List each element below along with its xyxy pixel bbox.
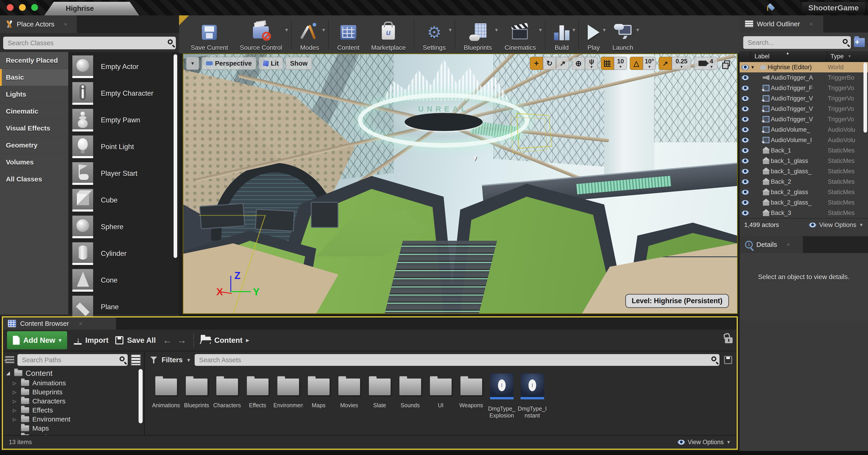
breadcrumb[interactable]: Content ▸ (201, 336, 249, 345)
level-tab[interactable]: Highrise (44, 2, 139, 16)
blueprints-dropdown[interactable]: ▾ (495, 27, 498, 33)
category-all-classes[interactable]: All Classes (0, 171, 68, 188)
visibility-eye-icon[interactable] (741, 200, 749, 205)
expand-arrow-icon[interactable]: ▾ (751, 64, 758, 70)
filters-button[interactable]: Filters (162, 356, 183, 364)
settings-button[interactable]: ⚙ Settings (417, 18, 452, 51)
sidebar-item-blueprints[interactable]: ▷ Blueprints (6, 388, 144, 397)
new-folder-icon[interactable] (854, 38, 865, 47)
lock-icon[interactable] (725, 337, 733, 343)
asset-dmgtype-explosion[interactable]: DmgType_Explosion (487, 374, 517, 419)
table-row[interactable]: Back_1 StaticMes (740, 145, 868, 156)
scale-tool-button[interactable]: ↗ (556, 57, 569, 70)
minimize-window-button[interactable] (19, 4, 26, 11)
asset-folder-animations[interactable]: Animations (151, 374, 181, 408)
rotation-snap-toggle[interactable]: △ (630, 57, 643, 70)
visibility-eye-icon[interactable] (741, 190, 749, 195)
rotation-snap-value[interactable]: 10°▾ (643, 57, 656, 70)
viewport-options-dropdown[interactable]: ▼ (186, 57, 199, 70)
table-row[interactable]: AudioTrigger_A TriggerBo (740, 73, 868, 83)
asset-folder-ui[interactable]: UI (426, 374, 456, 408)
asset-folder-environment[interactable]: Environment (273, 374, 303, 408)
play-dropdown[interactable]: ▾ (603, 27, 606, 33)
table-row[interactable]: back_2_glass_ StaticMes (740, 197, 868, 208)
sidebar-item-movies[interactable]: Movies (6, 433, 144, 435)
tree-scrollbar[interactable] (138, 369, 143, 423)
tab-place-actors[interactable]: Place Actors × (0, 16, 77, 33)
asset-folder-blueprints[interactable]: Blueprints (181, 374, 212, 408)
visibility-eye-icon[interactable] (741, 169, 749, 174)
close-icon[interactable]: × (809, 21, 813, 28)
perspective-button[interactable]: Perspective (202, 57, 256, 70)
lit-mode-button[interactable]: Lit (258, 57, 283, 70)
save-all-button[interactable]: Save All (115, 336, 156, 345)
list-item[interactable]: Sphere (68, 214, 179, 240)
scale-snap-toggle[interactable]: ↗ (659, 57, 672, 70)
list-item[interactable]: Cone (68, 267, 179, 294)
place-actors-scrollbar[interactable] (174, 54, 177, 258)
modes-button[interactable]: Modes (294, 18, 325, 51)
marketplace-button[interactable]: u Marketplace (365, 18, 412, 51)
launch-dropdown[interactable]: ▾ (636, 27, 639, 33)
search-classes-input[interactable] (3, 37, 176, 49)
visibility-eye-icon[interactable] (741, 65, 749, 70)
visibility-eye-icon[interactable] (741, 148, 749, 153)
sidebar-item-maps[interactable]: Maps (6, 424, 144, 433)
launch-button[interactable]: Launch (607, 18, 639, 51)
tutorial-cap-icon[interactable] (767, 3, 775, 11)
close-icon[interactable]: × (79, 320, 82, 327)
content-view-options-button[interactable]: View Options ▼ (677, 439, 731, 446)
content-button[interactable]: Content (331, 18, 365, 51)
source-control-dropdown[interactable]: ▾ (285, 27, 288, 33)
visibility-eye-icon[interactable] (741, 86, 749, 91)
search-assets-input[interactable] (195, 354, 719, 366)
chevron-right-icon[interactable]: ▷ (13, 407, 18, 413)
search-paths-input[interactable] (18, 354, 128, 366)
move-tool-button[interactable]: + (530, 57, 543, 70)
close-icon[interactable]: × (64, 21, 67, 28)
column-type[interactable]: Type ▼ (827, 53, 868, 60)
list-item[interactable]: Empty Actor (68, 53, 179, 80)
sidebar-item-environment[interactable]: ▷ Environment (6, 415, 144, 424)
settings-dropdown[interactable]: ▾ (449, 27, 452, 33)
chevron-right-icon[interactable]: ▷ (13, 398, 18, 404)
asset-folder-sounds[interactable]: Sounds (395, 374, 426, 408)
import-button[interactable]: ↓ Import (74, 336, 108, 345)
chevron-right-icon[interactable]: ▷ (13, 417, 18, 422)
category-basic[interactable]: Basic (0, 69, 68, 86)
visibility-eye-icon[interactable] (741, 127, 749, 132)
list-item[interactable]: Cube (68, 187, 179, 214)
table-row[interactable]: back_2_glass StaticMes (740, 187, 868, 197)
table-row[interactable]: AudioTrigger_F TriggerVo (740, 83, 868, 93)
asset-folder-maps[interactable]: Maps (303, 374, 334, 408)
asset-folder-weapons[interactable]: Weapons (456, 374, 487, 408)
column-label[interactable]: Label ▲ (751, 51, 827, 61)
table-row[interactable]: AudioVolume_ AudioVolu (740, 124, 868, 135)
table-row[interactable]: AudioTrigger_V TriggerVo (740, 114, 868, 124)
table-row[interactable]: back_1_glass StaticMes (740, 156, 868, 166)
visibility-eye-icon[interactable] (741, 75, 749, 80)
asset-folder-characters[interactable]: Characters (212, 374, 242, 408)
outliner-search-input[interactable] (743, 36, 851, 49)
close-window-button[interactable] (7, 4, 13, 11)
tab-content-browser[interactable]: Content Browser × (3, 317, 116, 330)
visibility-eye-icon[interactable] (741, 106, 749, 112)
save-current-button[interactable]: Save Current (185, 18, 234, 51)
outliner-view-options-button[interactable]: View Options ▼ (809, 221, 864, 229)
rotate-tool-button[interactable]: ↻ (543, 57, 556, 70)
cinematics-button[interactable]: Cinematics (499, 18, 541, 51)
cinematics-dropdown[interactable]: ▾ (539, 27, 542, 33)
tab-details[interactable]: i Details × (740, 236, 803, 253)
category-visual-effects[interactable]: Visual Effects (0, 120, 68, 137)
table-row[interactable]: AudioTrigger_V TriggerVo (740, 93, 868, 104)
surface-snap-button[interactable]: ψ▾ (585, 57, 598, 70)
list-view-icon[interactable] (131, 354, 141, 366)
chevron-down-icon[interactable]: ◢ (6, 370, 11, 376)
zoom-window-button[interactable] (31, 4, 38, 11)
forward-arrow-icon[interactable]: → (177, 335, 186, 346)
camera-speed-button[interactable]: 4▾ (694, 57, 718, 70)
table-row[interactable]: back_1_glass_ StaticMes (740, 166, 868, 176)
table-row[interactable]: AudioVolume_I AudioVolu (740, 135, 868, 145)
chevron-right-icon[interactable]: ▷ (13, 380, 18, 386)
level-viewport[interactable]: UNREAL ▼ Perspective Lit (183, 53, 738, 314)
